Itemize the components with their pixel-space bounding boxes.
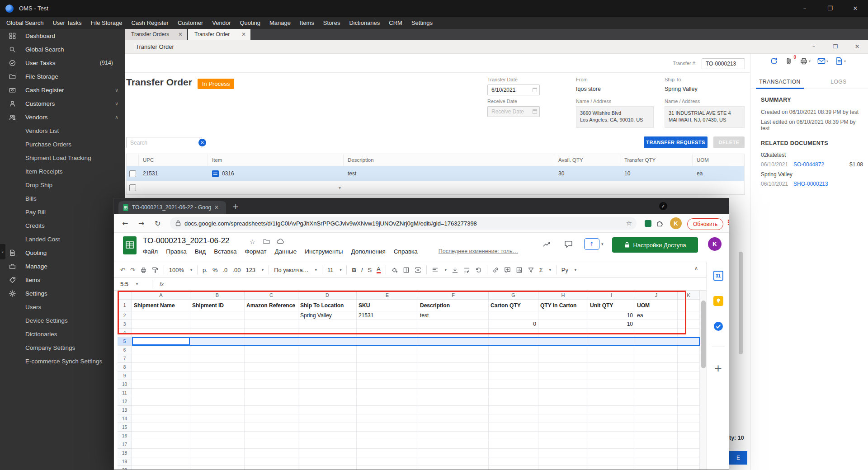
cell-C20[interactable] [245, 466, 298, 470]
cell-K12[interactable] [678, 397, 700, 406]
cell-I1[interactable]: Unit QTY [588, 300, 635, 311]
cell-E2[interactable]: 21531 [357, 311, 418, 320]
menu-stores[interactable]: Stores [319, 17, 345, 29]
cell-B8[interactable] [190, 363, 245, 371]
cell-G9[interactable] [489, 371, 538, 380]
item-dropdown-icon[interactable]: ▾ [339, 185, 341, 190]
col-avail-qty[interactable]: Avail. QTY [554, 154, 620, 166]
comments-icon[interactable] [564, 240, 573, 249]
sidebar-collapse-handle[interactable]: ‹ [0, 244, 5, 259]
zoom-select[interactable]: 100% [169, 267, 184, 273]
insert-comment-icon[interactable] [504, 267, 511, 273]
cell-H1[interactable]: QTY in Carton [538, 300, 588, 311]
insert-link-icon[interactable] [492, 267, 499, 273]
partial-action-button[interactable]: E [729, 451, 747, 465]
cell-A13[interactable] [132, 406, 190, 414]
cell-J12[interactable] [635, 397, 678, 406]
cell-B14[interactable] [190, 414, 245, 423]
cell-J3[interactable] [635, 320, 678, 329]
window-minimize-button[interactable]: – [803, 40, 825, 54]
cell-D20[interactable] [298, 466, 357, 470]
cell-G10[interactable] [489, 380, 538, 389]
cell-F8[interactable] [418, 363, 489, 371]
cell-E9[interactable] [357, 371, 418, 380]
increase-decimals-button[interactable]: .00 [232, 267, 241, 273]
cell-E16[interactable] [357, 432, 418, 440]
horizontal-align-icon[interactable] [432, 267, 439, 273]
cell-B20[interactable] [190, 466, 245, 470]
cell-C5[interactable] [245, 337, 298, 346]
cell-J1[interactable]: UOM [635, 300, 678, 311]
sidebar-item-file-storage[interactable]: File Storage [0, 70, 125, 83]
keep-panel-icon[interactable] [713, 296, 723, 306]
attachment-icon[interactable]: 0 [785, 57, 793, 65]
cell-C15[interactable] [245, 423, 298, 432]
cell-F11[interactable] [418, 389, 489, 397]
cell-D17[interactable] [298, 440, 357, 449]
back-icon[interactable]: ← [122, 219, 128, 228]
cell-E4[interactable] [357, 329, 418, 337]
cell-J2[interactable]: ea [635, 311, 678, 320]
cell-I18[interactable] [588, 449, 635, 457]
cell-B15[interactable] [190, 423, 245, 432]
cell-H11[interactable] [538, 389, 588, 397]
cell-H6[interactable] [538, 346, 588, 354]
cell-H5[interactable] [538, 337, 588, 346]
cell-C16[interactable] [245, 432, 298, 440]
related-doc-link[interactable]: SHO-0000213 [793, 181, 828, 187]
sheets-menu--[interactable]: Справка [394, 248, 418, 255]
calendar-icon[interactable] [533, 88, 537, 92]
filter-icon[interactable] [528, 267, 534, 273]
cell-J18[interactable] [635, 449, 678, 457]
browser-tab[interactable]: TO-0000213_2021-06-22 - Goog ✕ [118, 201, 226, 214]
column-header-K[interactable]: K [678, 291, 700, 300]
cell-B2[interactable] [190, 311, 245, 320]
cell-J19[interactable] [635, 457, 678, 466]
sidebar-item-shipment-load-tracking[interactable]: Shipment Load Tracking [0, 151, 125, 164]
cell-F17[interactable] [418, 440, 489, 449]
cell-C7[interactable] [245, 354, 298, 363]
cell-I15[interactable] [588, 423, 635, 432]
table-row[interactable]: 21531 0316 test 30 10 ea [127, 166, 744, 181]
cell-B17[interactable] [190, 440, 245, 449]
sidebar-item-users[interactable]: Users [0, 300, 125, 314]
cell-H3[interactable] [538, 320, 588, 329]
cell-C13[interactable] [245, 406, 298, 414]
cell-I19[interactable] [588, 457, 635, 466]
cell-F9[interactable] [418, 371, 489, 380]
cell-G19[interactable] [489, 457, 538, 466]
cell-uom[interactable]: ea [693, 166, 744, 181]
menu-dictionaries[interactable]: Dictionaries [344, 17, 384, 29]
app-minimize-button[interactable]: – [792, 0, 817, 17]
cell-description[interactable]: test [344, 166, 554, 181]
app-close-button[interactable]: ✕ [843, 0, 868, 17]
transfer-date-input[interactable] [487, 85, 540, 95]
window-close-button[interactable]: ✕ [846, 40, 868, 54]
cell-E8[interactable] [357, 363, 418, 371]
text-rotate-icon[interactable] [475, 267, 482, 273]
cell-J11[interactable] [635, 389, 678, 397]
menu-user-tasks[interactable]: User Tasks [48, 17, 86, 29]
column-header-F[interactable]: F [418, 291, 489, 300]
cell-G4[interactable] [489, 329, 538, 337]
row-checkbox[interactable] [129, 170, 136, 177]
toolbar-collapse-icon[interactable]: ∧ [694, 265, 698, 271]
cell-H2[interactable] [538, 311, 588, 320]
cell-E11[interactable] [357, 389, 418, 397]
column-header-E[interactable]: E [357, 291, 418, 300]
document-icon[interactable]: ▾ [835, 57, 846, 65]
tab-transaction[interactable]: TRANSACTION [750, 75, 809, 89]
italic-button[interactable]: I [361, 267, 363, 273]
sheets-menu--[interactable]: Инструменты [305, 248, 343, 255]
cell-J5[interactable] [635, 337, 678, 346]
cell-B4[interactable] [190, 329, 245, 337]
sheet-scrollbar-thumb[interactable] [701, 301, 706, 368]
present-dropdown-icon[interactable]: ▾ [601, 242, 604, 246]
cell-D2[interactable]: Spring Valley [298, 311, 357, 320]
cell-F6[interactable] [418, 346, 489, 354]
cell-I6[interactable] [588, 346, 635, 354]
cell-B18[interactable] [190, 449, 245, 457]
cell-G8[interactable] [489, 363, 538, 371]
cell-B7[interactable] [190, 354, 245, 363]
sidebar-item-settings[interactable]: Settings [0, 287, 125, 300]
